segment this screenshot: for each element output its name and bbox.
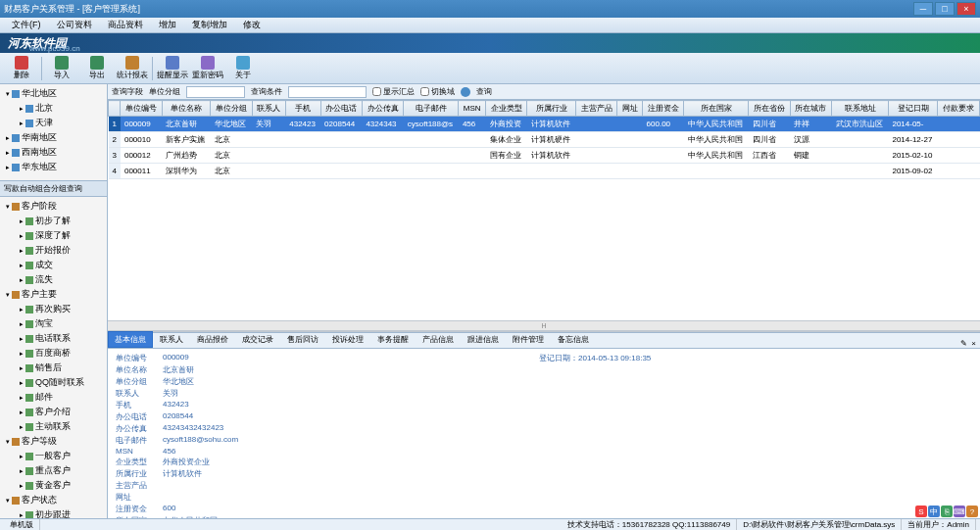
detail-tab[interactable]: 售后回访 (280, 331, 325, 348)
column-header[interactable]: MSN (459, 101, 486, 117)
column-header[interactable]: 所在国家 (684, 101, 749, 117)
tray-icon[interactable]: 中 (928, 506, 940, 517)
table-row[interactable]: 4000011深圳华为北京2015-09-02 (109, 164, 980, 179)
toolbar-导出[interactable]: 导出 (79, 55, 115, 82)
menu-item[interactable]: 复制增加 (184, 19, 235, 31)
menu-item[interactable]: 修改 (235, 19, 269, 31)
region-node[interactable]: 西南地区 (2, 145, 105, 160)
toolbar-icon (236, 56, 250, 70)
status-item[interactable]: 初步跟进 (2, 507, 105, 518)
status-item[interactable]: 电话联系 (2, 331, 105, 346)
column-header[interactable]: 企业类型 (486, 101, 527, 117)
detail-edit-icon[interactable]: ✎ (960, 339, 967, 348)
minimize-button[interactable]: ─ (913, 2, 933, 16)
grid-empty-area: H (108, 179, 980, 332)
column-header[interactable]: 单位分组 (211, 101, 252, 117)
status-item[interactable]: 流失 (2, 272, 105, 287)
item-icon (25, 364, 33, 372)
column-header[interactable]: 主营产品 (575, 101, 616, 117)
status-item[interactable]: 客户介绍 (2, 405, 105, 419)
table-row[interactable]: 1000009北京首研华北地区关羽43242302085444324343cys… (109, 117, 980, 132)
menu-item[interactable]: 商品资料 (100, 19, 151, 31)
detail-tab[interactable]: 附件管理 (506, 331, 551, 348)
status-item[interactable]: 百度商桥 (2, 346, 105, 361)
column-header[interactable]: 注册资金 (643, 101, 684, 117)
status-item[interactable]: 重点客户 (2, 463, 105, 478)
close-button[interactable]: × (956, 2, 976, 16)
customer-grid[interactable]: 单位编号单位名称单位分组联系人手机办公电话办公传真电子邮件MSN企业类型所属行业… (108, 100, 980, 179)
menu-item[interactable]: 文件(F) (4, 19, 49, 31)
column-header[interactable]: 手机 (285, 101, 320, 117)
status-item[interactable]: 初步了解 (2, 214, 105, 228)
region-node[interactable]: 华东地区 (2, 160, 105, 174)
region-node[interactable]: 华北地区 (2, 86, 105, 101)
detail-tab[interactable]: 投诉处理 (325, 331, 370, 348)
detail-tab[interactable]: 事务提醒 (370, 331, 416, 348)
filter-group-input[interactable] (186, 86, 245, 98)
region-child[interactable]: 北京 (2, 101, 105, 116)
toolbar-删除[interactable]: 删除 (4, 55, 39, 82)
detail-field: 单位名称北京首研 (116, 364, 972, 375)
status-item[interactable]: 一般客户 (2, 449, 105, 463)
column-header[interactable]: 所在城市 (790, 101, 831, 117)
status-user: 当前用户：Admin (902, 519, 976, 530)
status-item[interactable]: 销售后 (2, 361, 105, 375)
detail-tab[interactable]: 成交记录 (235, 331, 280, 348)
toolbar-统计报表[interactable]: 统计报表 (115, 55, 150, 82)
column-header[interactable]: 电子邮件 (404, 101, 459, 117)
column-header[interactable]: 网址 (617, 101, 643, 117)
toolbar-导入[interactable]: 导入 (44, 55, 79, 82)
column-header[interactable]: 办公电话 (320, 101, 362, 117)
table-row[interactable]: 3000012广州趋势北京国有企业计算机软件中华人民共和国江西省铜建2015-0… (109, 148, 980, 164)
detail-tab[interactable]: 备忘信息 (551, 331, 596, 348)
tray-icon[interactable]: ⌨ (954, 506, 965, 517)
tray-icon[interactable]: ? (966, 506, 978, 517)
status-item[interactable]: 黄金客户 (2, 478, 105, 493)
menu-item[interactable]: 增加 (151, 19, 184, 31)
menu-item[interactable]: 公司资料 (49, 19, 100, 31)
column-header[interactable]: 单位名称 (162, 101, 211, 117)
maximize-button[interactable]: □ (935, 2, 955, 16)
column-header[interactable]: 所在省份 (749, 101, 790, 117)
status-item[interactable]: 深度了解 (2, 228, 105, 243)
column-header[interactable]: 付款要求 (938, 101, 980, 117)
query-label: 查询 (476, 86, 492, 97)
column-header[interactable]: 办公传真 (362, 101, 403, 117)
table-row[interactable]: 2000010新客户实施北京集体企业计算机硬件中华人民共和国四川省汉源2014-… (109, 132, 980, 148)
tray-icon[interactable]: ⎘ (941, 506, 953, 517)
status-group[interactable]: 客户主要 (2, 287, 105, 302)
toolbar-关于[interactable]: 关于 (225, 55, 261, 82)
status-group[interactable]: 客户阶段 (2, 199, 105, 214)
detail-tab[interactable]: 商品报价 (190, 331, 235, 348)
status-item[interactable]: 再次购买 (2, 302, 105, 316)
detail-tab[interactable]: 跟进信息 (461, 331, 506, 348)
column-header[interactable] (109, 101, 121, 117)
region-node[interactable]: 华南地区 (2, 130, 105, 145)
tray-icon[interactable]: S (915, 506, 927, 517)
status-item[interactable]: 成交 (2, 258, 105, 272)
filter-cond-input[interactable] (288, 86, 367, 98)
detail-close-icon[interactable]: × (971, 339, 976, 348)
detail-tab[interactable]: 联系人 (153, 331, 190, 348)
toolbar-提醒显示[interactable]: 提醒显示 (155, 55, 190, 82)
column-header[interactable]: 登记日期 (888, 101, 938, 117)
switch-domain-checkbox[interactable]: 切换域 (420, 86, 455, 97)
status-group[interactable]: 客户等级 (2, 434, 105, 449)
column-header[interactable]: 联系地址 (832, 101, 889, 117)
detail-tab[interactable]: 基本信息 (108, 331, 153, 348)
region-child[interactable]: 天津 (2, 116, 105, 130)
status-item[interactable]: 开始报价 (2, 243, 105, 258)
status-item[interactable]: QQ随时联系 (2, 375, 105, 390)
column-header[interactable]: 单位编号 (121, 101, 162, 117)
show-summary-checkbox[interactable]: 显示汇总 (372, 86, 415, 97)
status-item[interactable]: 主动联系 (2, 419, 105, 434)
column-header[interactable]: 所属行业 (527, 101, 576, 117)
detail-tab[interactable]: 产品信息 (416, 331, 461, 348)
toolbar-重新密码[interactable]: 重新密码 (190, 55, 225, 82)
status-group[interactable]: 客户状态 (2, 493, 105, 507)
query-icon[interactable] (461, 87, 470, 97)
column-header[interactable]: 联系人 (252, 101, 285, 117)
status-item[interactable]: 淘宝 (2, 316, 105, 331)
status-item[interactable]: 邮件 (2, 390, 105, 405)
horizontal-scrollbar[interactable]: H (108, 320, 980, 330)
